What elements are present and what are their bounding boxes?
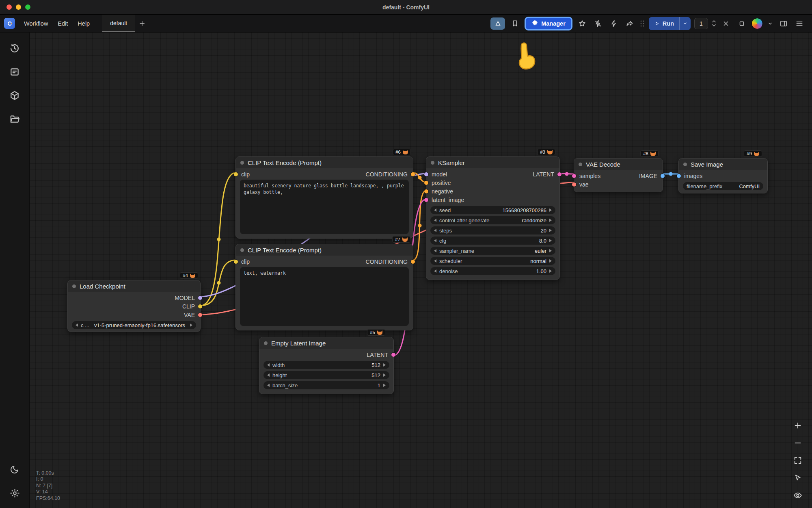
prev-value-icon[interactable] bbox=[434, 259, 436, 263]
favorites-button[interactable] bbox=[576, 17, 588, 30]
menu-workflow[interactable]: Workflow bbox=[19, 15, 53, 32]
comfyui-logo[interactable] bbox=[4, 18, 15, 29]
next-value-icon[interactable] bbox=[190, 323, 192, 327]
increment-icon[interactable] bbox=[383, 373, 386, 377]
filename-prefix-widget[interactable]: filename_prefix ComfyUI bbox=[683, 182, 763, 190]
input-port-negative[interactable] bbox=[424, 189, 428, 193]
control-after-generate-widget[interactable]: control after generate randomize bbox=[430, 216, 555, 224]
menu-edit[interactable]: Edit bbox=[53, 15, 73, 32]
input-port-clip[interactable] bbox=[234, 260, 238, 264]
sidebar-item-node-library[interactable] bbox=[5, 63, 24, 81]
prev-value-icon[interactable] bbox=[434, 249, 436, 252]
maximize-window-button[interactable] bbox=[25, 4, 30, 10]
node-header[interactable]: CLIP Text Encode (Prompt) bbox=[236, 157, 413, 168]
width-widget[interactable]: width 512 bbox=[263, 361, 389, 369]
decrement-icon[interactable] bbox=[267, 363, 270, 367]
node-header[interactable]: VAE Decode bbox=[574, 158, 663, 170]
settings-button[interactable] bbox=[5, 484, 24, 502]
next-value-icon[interactable] bbox=[549, 219, 552, 222]
collapse-dot[interactable] bbox=[683, 163, 687, 166]
decrement-icon[interactable] bbox=[434, 239, 436, 242]
output-port-clip[interactable] bbox=[198, 304, 202, 308]
prompt-textarea[interactable]: text, watermark bbox=[240, 267, 409, 326]
prev-value-icon[interactable] bbox=[434, 219, 436, 222]
user-avatar[interactable] bbox=[752, 18, 763, 29]
collapse-dot[interactable] bbox=[240, 161, 244, 165]
collapse-dot[interactable] bbox=[264, 341, 268, 345]
menu-help[interactable]: Help bbox=[73, 15, 95, 32]
run-options-button[interactable] bbox=[679, 17, 691, 30]
increment-icon[interactable] bbox=[383, 384, 386, 387]
node-header[interactable]: KSampler bbox=[426, 157, 559, 168]
collapse-dot[interactable] bbox=[72, 284, 76, 288]
main-menu-button[interactable] bbox=[793, 17, 806, 30]
seed-widget[interactable]: seed 156680208700286 bbox=[430, 206, 555, 214]
node-clip-text-encode-negative[interactable]: #7 CLIP Text Encode (Prompt) clip CONDIT… bbox=[235, 244, 413, 330]
output-port-latent[interactable] bbox=[391, 353, 395, 357]
input-port-vae[interactable] bbox=[572, 182, 576, 187]
input-port-positive[interactable] bbox=[424, 181, 428, 185]
node-load-checkpoint[interactable]: #4 Load Checkpoint MODEL CLIP VAE bbox=[67, 280, 201, 332]
zoom-out-button[interactable] bbox=[793, 438, 803, 448]
decrement-icon[interactable] bbox=[434, 208, 436, 212]
new-workflow-tab-button[interactable] bbox=[138, 20, 146, 27]
node-header[interactable]: Save Image bbox=[679, 158, 767, 170]
clear-queue-button[interactable] bbox=[736, 17, 748, 30]
decrement-icon[interactable] bbox=[267, 373, 270, 377]
decrement-icon[interactable] bbox=[267, 384, 270, 387]
minimize-window-button[interactable] bbox=[16, 4, 21, 10]
node-save-image[interactable]: #9 Save Image images filename_prefix Com… bbox=[678, 158, 768, 193]
steps-widget[interactable]: steps 20 bbox=[430, 226, 555, 234]
increment-icon[interactable] bbox=[549, 239, 552, 242]
collapse-dot[interactable] bbox=[240, 248, 244, 252]
node-header[interactable]: CLIP Text Encode (Prompt) bbox=[236, 244, 413, 256]
increment-icon[interactable] bbox=[549, 229, 552, 232]
graph-canvas[interactable] bbox=[30, 33, 812, 508]
node-header[interactable]: Empty Latent Image bbox=[259, 337, 393, 349]
input-port-clip[interactable] bbox=[234, 172, 238, 176]
share-button[interactable] bbox=[624, 17, 636, 30]
manager-button[interactable]: Manager bbox=[525, 17, 572, 30]
cancel-run-button[interactable] bbox=[720, 17, 732, 30]
bookmark-button[interactable] bbox=[509, 17, 521, 30]
output-port-model[interactable] bbox=[198, 296, 202, 300]
input-port-images[interactable] bbox=[677, 174, 681, 178]
workflow-tab-default[interactable]: default bbox=[102, 15, 135, 32]
decrement-icon[interactable] bbox=[434, 269, 436, 273]
fit-view-button[interactable] bbox=[793, 455, 803, 466]
node-clip-text-encode-positive[interactable]: #6 CLIP Text Encode (Prompt) clip CONDIT… bbox=[235, 156, 413, 239]
input-port-model[interactable] bbox=[424, 172, 428, 176]
sidebar-item-model-library[interactable] bbox=[5, 86, 24, 105]
next-value-icon[interactable] bbox=[549, 259, 552, 263]
collapse-dot[interactable] bbox=[579, 163, 582, 166]
output-port-latent[interactable] bbox=[557, 172, 561, 176]
theme-toggle-button[interactable] bbox=[5, 460, 24, 479]
toggle-panel-button[interactable] bbox=[777, 17, 790, 30]
height-widget[interactable]: height 512 bbox=[263, 371, 389, 379]
input-port-samples[interactable] bbox=[572, 174, 576, 178]
node-empty-latent-image[interactable]: #5 Empty Latent Image LATENT width 512 h… bbox=[259, 337, 394, 394]
decrement-icon[interactable] bbox=[434, 229, 436, 232]
prompt-textarea[interactable]: beautiful scenery nature glass bottle la… bbox=[240, 180, 409, 234]
output-port-conditioning[interactable] bbox=[411, 260, 415, 264]
batch-size-widget[interactable]: batch_size 1 bbox=[263, 381, 389, 389]
input-port-latent-image[interactable] bbox=[424, 198, 428, 202]
denoise-widget[interactable]: denoise 1.00 bbox=[430, 267, 555, 275]
chevron-up-icon[interactable] bbox=[712, 20, 716, 23]
output-port-conditioning[interactable] bbox=[411, 172, 415, 176]
api-nodes-toggle[interactable] bbox=[592, 17, 604, 30]
increment-icon[interactable] bbox=[383, 363, 386, 367]
output-port-vae[interactable] bbox=[198, 313, 202, 317]
node-vae-decode[interactable]: #8 VAE Decode samples IMAGE vae bbox=[574, 158, 663, 192]
increment-icon[interactable] bbox=[549, 208, 552, 212]
zoom-in-button[interactable] bbox=[793, 420, 803, 431]
select-mode-button[interactable] bbox=[793, 473, 803, 483]
sidebar-item-queue-history[interactable] bbox=[5, 39, 24, 58]
node-ksampler[interactable]: #3 KSampler model LATENT positive negati… bbox=[426, 156, 560, 280]
prev-value-icon[interactable] bbox=[76, 323, 78, 327]
batch-count-input[interactable]: 1 bbox=[694, 18, 708, 29]
cfg-widget[interactable]: cfg 8.0 bbox=[430, 237, 555, 245]
toggle-visibility-button[interactable] bbox=[793, 490, 803, 501]
graph-view-toggle[interactable] bbox=[490, 17, 505, 30]
run-button[interactable]: Run bbox=[649, 20, 679, 27]
